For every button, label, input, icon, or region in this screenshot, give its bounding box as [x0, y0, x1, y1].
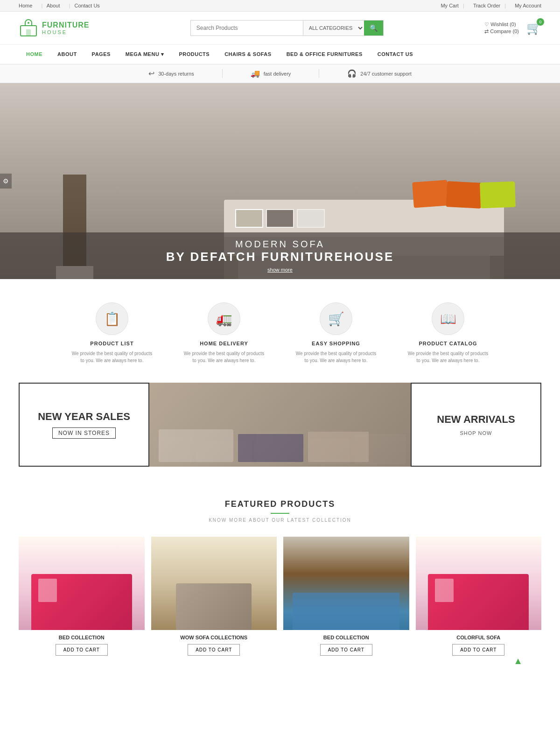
- category-select[interactable]: ALL CATEGORIES: [303, 21, 364, 35]
- nav-item-bed-office[interactable]: BED & OFFICE FURNITURES: [279, 45, 370, 64]
- main-nav: HOME ABOUT PAGES MEGA MENU ▾ PRODUCTS CH…: [0, 45, 560, 64]
- cart-badge: 0: [537, 18, 544, 26]
- nav-item-home[interactable]: HOME: [19, 45, 50, 64]
- logo-text: FURNITURE HOUSE: [42, 21, 89, 35]
- brand-sub: HOUSE: [42, 29, 89, 35]
- featured-products-section: FEATURED PRODUCTS KNOW MORE ABOUT OUR LA…: [0, 485, 560, 674]
- promo-mid-showroom: [149, 383, 411, 467]
- hero-thumb-1-img: [236, 210, 262, 227]
- promo-right-title: NEW ARRIVALS: [437, 413, 515, 426]
- nav-item-pages[interactable]: PAGES: [84, 45, 118, 64]
- shop-now-label: SHOP NOW: [460, 430, 492, 436]
- product-card-3: BED COLLECTION ADD TO CART: [283, 537, 409, 656]
- my-cart-link[interactable]: My Cart: [441, 3, 459, 8]
- nav-link-pages[interactable]: PAGES: [84, 45, 118, 63]
- svg-rect-1: [26, 29, 31, 36]
- wishlist-link[interactable]: ♡ Wishlist (0): [484, 21, 519, 28]
- showroom-chair: [308, 432, 369, 462]
- featured-products-sub: KNOW MORE ABOUT OUR LATEST COLLECTION: [19, 518, 541, 523]
- nav-item-contact-us[interactable]: CONTACT US: [370, 45, 420, 64]
- cart-icon[interactable]: 🛒 0: [526, 21, 541, 35]
- product-list-desc: We provide the best quality of products …: [70, 350, 154, 364]
- product-1-add-to-cart[interactable]: ADD TO CART: [56, 644, 108, 656]
- product-2-img-inner: [151, 537, 277, 630]
- promo-new-arrivals[interactable]: NEW ARRIVALS SHOP NOW: [411, 383, 541, 467]
- compare-icon: ⇄: [484, 28, 489, 34]
- showroom-image: [149, 383, 411, 467]
- support-icon: 🎧: [347, 69, 357, 78]
- pillow-lime: [480, 182, 516, 209]
- hero-show-more-link[interactable]: show more: [267, 267, 293, 273]
- hero-thumb-3[interactable]: [297, 209, 325, 228]
- hero-overlay: MODERN SOFA BY DEFATCH FURNITUREHOUSE sh…: [0, 232, 560, 279]
- features-icons-section: 📋 PRODUCT LIST We provide the best quali…: [0, 279, 560, 383]
- my-account-link[interactable]: My Account: [515, 3, 541, 8]
- nav-item-products[interactable]: PRODUCTS: [171, 45, 217, 64]
- product-2-sofa: [176, 583, 252, 630]
- nav-link-chairs-sofas[interactable]: CHAIRS & SOFAS: [217, 45, 279, 63]
- arrow-up-icon: ▲: [513, 656, 523, 666]
- product-catalog-icon: 📖: [432, 302, 464, 335]
- product-list-title: PRODUCT LIST: [70, 341, 154, 346]
- product-catalog-title: PRODUCT CATALOG: [406, 341, 490, 346]
- logo[interactable]: FURNITURE HOUSE: [19, 18, 89, 38]
- nav-about-link[interactable]: About: [47, 3, 60, 8]
- hero-thumb-3-img: [298, 210, 324, 227]
- feature-returns-label: 30-days returns: [158, 71, 194, 77]
- showroom-bed: [238, 434, 303, 462]
- compare-link[interactable]: ⇄ Compare (0): [484, 28, 519, 35]
- product-card-1: BED COLLECTION ADD TO CART: [19, 537, 145, 656]
- showroom-furniture: [159, 429, 401, 462]
- header-right: ♡ Wishlist (0) ⇄ Compare (0) 🛒 0: [484, 21, 541, 35]
- nav-link-products[interactable]: PRODUCTS: [171, 45, 217, 63]
- feature-box-home-delivery: 🚛 HOME DELIVERY We provide the best qual…: [182, 302, 266, 364]
- products-grid: BED COLLECTION ADD TO CART WOW SOFA COLL…: [19, 537, 541, 656]
- nav-link-bed-office[interactable]: BED & OFFICE FURNITURES: [279, 45, 370, 63]
- nav-link-home[interactable]: HOME: [19, 45, 50, 63]
- nav-item-mega-menu[interactable]: MEGA MENU ▾: [118, 45, 172, 64]
- product-2-image: [151, 537, 277, 630]
- nav-link-contact-us[interactable]: CONTACT US: [370, 45, 420, 63]
- nav-link-mega-menu[interactable]: MEGA MENU ▾: [118, 45, 172, 64]
- returns-icon: ↩: [148, 69, 154, 78]
- product-2-add-to-cart[interactable]: ADD TO CART: [188, 644, 240, 656]
- product-4-add-to-cart[interactable]: ADD TO CART: [452, 644, 504, 656]
- home-delivery-desc: We provide the best quality of products …: [182, 350, 266, 364]
- feature-returns: ↩ 30-days returns: [120, 69, 222, 78]
- feature-box-product-list: 📋 PRODUCT LIST We provide the best quali…: [70, 302, 154, 364]
- hero-thumbnails: [235, 209, 325, 228]
- hero-thumb-2-img: [267, 210, 293, 227]
- hero-thumb-1[interactable]: [235, 209, 263, 228]
- top-bar: Home | About | Contact Us My Cart | Trac…: [0, 0, 560, 12]
- scroll-to-top-button[interactable]: ▲: [0, 656, 541, 676]
- home-delivery-icon: 🚛: [208, 302, 240, 335]
- product-4-cushion: [435, 579, 454, 602]
- product-3-bed: [293, 593, 399, 630]
- product-1-img-inner: [19, 537, 145, 630]
- product-3-add-to-cart[interactable]: ADD TO CART: [320, 644, 372, 656]
- nav-item-about[interactable]: ABOUT: [50, 45, 84, 64]
- featured-products-title: FEATURED PRODUCTS: [19, 499, 541, 509]
- search-input[interactable]: [191, 21, 303, 35]
- product-list-icon: 📋: [96, 302, 128, 335]
- easy-shopping-title: EASY SHOPPING: [294, 341, 378, 346]
- product-card-2: WOW SOFA COLLECTIONS ADD TO CART: [151, 537, 277, 656]
- header: FURNITURE HOUSE ALL CATEGORIES 🔍 ♡ Wishl…: [0, 12, 560, 45]
- product-1-cushion: [38, 579, 57, 602]
- featured-products-header: FEATURED PRODUCTS KNOW MORE ABOUT OUR LA…: [19, 499, 541, 523]
- svg-point-2: [28, 22, 29, 24]
- promo-new-year-sales[interactable]: NEW YEAR SALES NOW IN STORES: [19, 383, 149, 467]
- hero-thumb-2[interactable]: [266, 209, 294, 228]
- brand-name: FURNITURE: [42, 21, 89, 29]
- nav-contact-link[interactable]: Contact Us: [74, 3, 99, 8]
- feature-box-product-catalog: 📖 PRODUCT CATALOG We provide the best qu…: [406, 302, 490, 364]
- product-4-sofa: [428, 574, 529, 630]
- nav-home-link[interactable]: Home: [19, 3, 32, 8]
- search-bar[interactable]: ALL CATEGORIES 🔍: [190, 20, 384, 36]
- settings-icon[interactable]: ⚙: [0, 174, 12, 189]
- nav-link-about[interactable]: ABOUT: [50, 45, 84, 63]
- search-button[interactable]: 🔍: [364, 21, 383, 35]
- nav-item-chairs-sofas[interactable]: CHAIRS & SOFAS: [217, 45, 279, 64]
- track-order-link[interactable]: Track Order: [473, 3, 500, 8]
- product-4-name: COLORFUL SOFA: [416, 635, 542, 640]
